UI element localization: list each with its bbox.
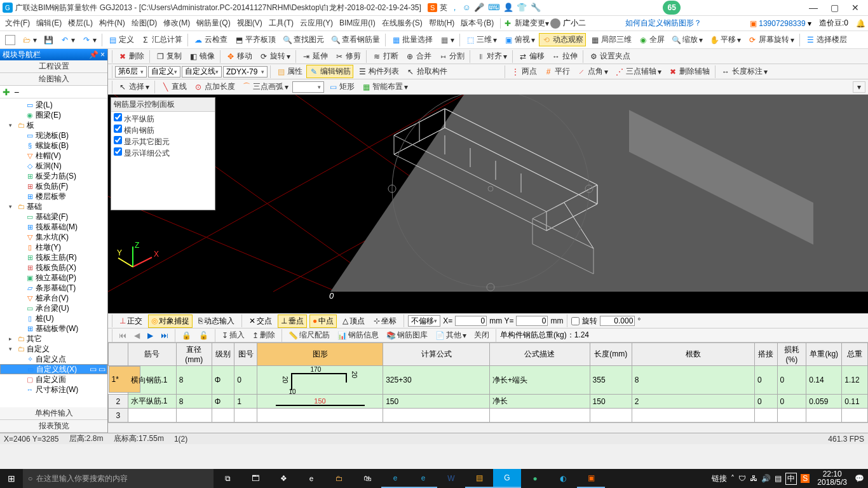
shape-cell[interactable]: 150 bbox=[257, 395, 383, 409]
taskbar-blue[interactable]: ◐ bbox=[549, 469, 577, 488]
table-header[interactable]: 直径(mm) bbox=[176, 343, 212, 366]
table-header[interactable] bbox=[109, 343, 128, 366]
table-header[interactable]: 级别 bbox=[212, 343, 234, 366]
save-button[interactable]: 💾 bbox=[41, 34, 56, 46]
windows-taskbar[interactable]: ⊞ ○在这里输入你要搜索的内容 ⧉ 🗔 ❖ ｅ 🗀 🛍 ｅ ｅ W ▤ G ● … bbox=[0, 469, 868, 488]
open-file-button[interactable]: 🗁▾ bbox=[19, 34, 39, 46]
table-header[interactable]: 计算公式 bbox=[383, 343, 490, 366]
tree-item[interactable]: ▣独立基础(P) bbox=[0, 273, 107, 283]
table-cell[interactable]: 355 bbox=[590, 366, 632, 395]
select-tool-button[interactable]: ↖选择▾ bbox=[115, 80, 152, 93]
edit-merge-button[interactable]: ⊕合并 bbox=[402, 50, 434, 63]
table-cell[interactable] bbox=[383, 409, 490, 423]
tree-item[interactable]: ⊞楼层板带 bbox=[0, 191, 107, 201]
table-cell[interactable]: 净长+端头 bbox=[489, 366, 590, 395]
tree-item[interactable]: ▾🗀自定义 bbox=[0, 344, 107, 354]
table-cell[interactable] bbox=[632, 409, 754, 423]
edit-trim-button[interactable]: ✂修剪 bbox=[332, 50, 363, 63]
panel-option[interactable]: 显示详细公式 bbox=[114, 147, 212, 159]
tree-item[interactable]: §螺旋板(B) bbox=[0, 140, 107, 151]
tree-item[interactable]: ⊞板负筋(F) bbox=[0, 181, 107, 191]
component-tree[interactable]: ▭梁(L)◉圈梁(E)▾🗀板▭现浇板(B)§螺旋板(B)▽柱帽(V)◇板洞(N)… bbox=[0, 98, 107, 407]
aux-pt-angle-button[interactable]: ⟋点角▾ bbox=[574, 65, 611, 78]
menu-modify[interactable]: 修改(M) bbox=[161, 17, 193, 30]
toolbar-overflow-button[interactable]: ▾ bbox=[853, 81, 865, 93]
taskbar-store[interactable]: 🛍 bbox=[353, 469, 381, 488]
tree-add-icon[interactable]: ✚ bbox=[3, 87, 10, 97]
menu-tools[interactable]: 工具(T) bbox=[266, 17, 296, 30]
tree-item[interactable]: ▸🗀其它 bbox=[0, 334, 107, 344]
row-insert-button[interactable]: ↧插入 bbox=[219, 329, 247, 342]
edit-mirror-button[interactable]: ◧镜像 bbox=[186, 50, 217, 63]
row-header[interactable]: 2 bbox=[109, 395, 128, 409]
ime-kbd-icon[interactable]: ⌨ bbox=[488, 3, 500, 12]
offset-mode-select[interactable]: 不偏移▾ bbox=[408, 315, 440, 327]
tray-sogou-icon[interactable]: S bbox=[801, 474, 810, 483]
arc-option-select[interactable]: ▾ bbox=[292, 81, 324, 93]
tree-item[interactable]: ⊞筏板主筋(R) bbox=[0, 252, 107, 262]
x-input[interactable] bbox=[455, 316, 487, 326]
table-header[interactable]: 筋号 bbox=[128, 343, 176, 366]
table-cell[interactable]: 净长 bbox=[489, 395, 590, 409]
tree-item[interactable]: ▭现浇板(B) bbox=[0, 130, 107, 140]
panel-option[interactable]: 水平纵筋 bbox=[114, 113, 212, 125]
table-header[interactable]: 长度(mm) bbox=[590, 343, 632, 366]
rebar-display-panel[interactable]: 钢筋显示控制面板 水平纵筋 横向钢筋 显示其它图元 显示详细公式 bbox=[111, 97, 215, 210]
row-header[interactable]: 3 bbox=[109, 409, 128, 423]
tray-notifications-icon[interactable]: 💬 bbox=[855, 474, 864, 483]
tree-item[interactable]: ▯柱墩(Y) bbox=[0, 242, 107, 252]
taskbar-search[interactable]: ○在这里输入你要搜索的内容 bbox=[23, 469, 214, 488]
snap-vertex-button[interactable]: △顶点 bbox=[339, 315, 368, 328]
drop1-button[interactable]: ▦▾ bbox=[437, 34, 457, 46]
tree-item[interactable]: ▾🗀基础 bbox=[0, 201, 107, 212]
new-change-button[interactable]: ✚新建变更 ▾ bbox=[505, 18, 549, 29]
rebar-table[interactable]: 筋号直径(mm)级别图号图形计算公式公式描述长度(mm)根数搭接损耗(%)单重(… bbox=[108, 342, 868, 423]
nav-tab-project[interactable]: 工程设置 bbox=[0, 60, 107, 73]
safety-score-badge[interactable]: 65 bbox=[663, 1, 681, 15]
tree-item[interactable]: ▢自定义面 bbox=[0, 374, 107, 384]
new-file-button[interactable]: ▫ bbox=[3, 34, 18, 46]
aux-three-pt-button[interactable]: ⋰三点辅轴▾ bbox=[612, 65, 664, 78]
menu-version[interactable]: 版本号(B) bbox=[458, 17, 496, 30]
table-header[interactable]: 根数 bbox=[632, 343, 754, 366]
edit-rebar-button[interactable]: ✎编辑钢筋 bbox=[306, 65, 353, 78]
aux-parallel-button[interactable]: #平行 bbox=[541, 65, 573, 78]
notification-icon[interactable]: 🔔 bbox=[856, 19, 865, 28]
cloud-check-button[interactable]: ☁云检查 bbox=[191, 33, 230, 46]
define-button[interactable]: ▤定义 bbox=[105, 33, 137, 46]
tray-up-icon[interactable]: ˄ bbox=[731, 474, 735, 483]
tree-item[interactable]: ◉圈梁(E) bbox=[0, 110, 107, 120]
table-header[interactable]: 损耗(%) bbox=[777, 343, 806, 366]
nav-tab-preview[interactable]: 报表预览 bbox=[0, 420, 107, 433]
table-cell[interactable] bbox=[777, 409, 806, 423]
zoom-button[interactable]: 🔍缩放▾ bbox=[668, 33, 705, 46]
edit-break-button[interactable]: ≋打断 bbox=[369, 50, 401, 63]
start-button[interactable]: ⊞ bbox=[0, 473, 23, 484]
minimize-button[interactable]: — bbox=[803, 3, 824, 13]
tree-item[interactable]: ▭基础梁(F) bbox=[0, 212, 107, 222]
task-view-button[interactable]: ⧉ bbox=[214, 469, 241, 488]
snap-mid-button[interactable]: ●中点 bbox=[309, 315, 337, 328]
ime-punct-icon[interactable]: ， bbox=[451, 3, 459, 12]
taskbar-notes[interactable]: ▤ bbox=[465, 469, 493, 488]
tray-clock[interactable]: 22:102018/5/3 bbox=[813, 470, 851, 487]
find-graph-button[interactable]: 🔍查找图元 bbox=[280, 33, 327, 46]
maximize-button[interactable]: ▢ bbox=[824, 3, 845, 13]
menu-online[interactable]: 在线服务(S) bbox=[379, 17, 425, 30]
taskbar-edge[interactable]: ｅ bbox=[297, 469, 325, 488]
account-id[interactable]: ▣ 13907298339 ▾ bbox=[750, 19, 811, 28]
fullscreen-button[interactable]: ◉全屏 bbox=[635, 33, 667, 46]
tree-item[interactable]: ◇板洞(N) bbox=[0, 161, 107, 171]
table-cell[interactable]: 8 bbox=[176, 395, 212, 409]
rect-tool-button[interactable]: ▭矩形 bbox=[325, 80, 357, 93]
tree-item[interactable]: ▽桩承台(V) bbox=[0, 293, 107, 303]
taskbar-green[interactable]: ● bbox=[521, 469, 549, 488]
snap-osnap-button[interactable]: ◎对象捕捉 bbox=[148, 315, 193, 328]
panel-option[interactable]: 显示其它图元 bbox=[114, 136, 212, 147]
ime-user-icon[interactable]: 👤 bbox=[503, 3, 513, 12]
smart-layout-button[interactable]: ▦智能布置▾ bbox=[358, 80, 410, 93]
menu-floor[interactable]: 楼层(L) bbox=[65, 17, 95, 30]
snap-ortho-button[interactable]: ⊥正交 bbox=[116, 315, 146, 328]
batch-select-button[interactable]: ▦批量选择 bbox=[388, 33, 435, 46]
tray-shield-icon[interactable]: 🛡 bbox=[738, 474, 746, 483]
